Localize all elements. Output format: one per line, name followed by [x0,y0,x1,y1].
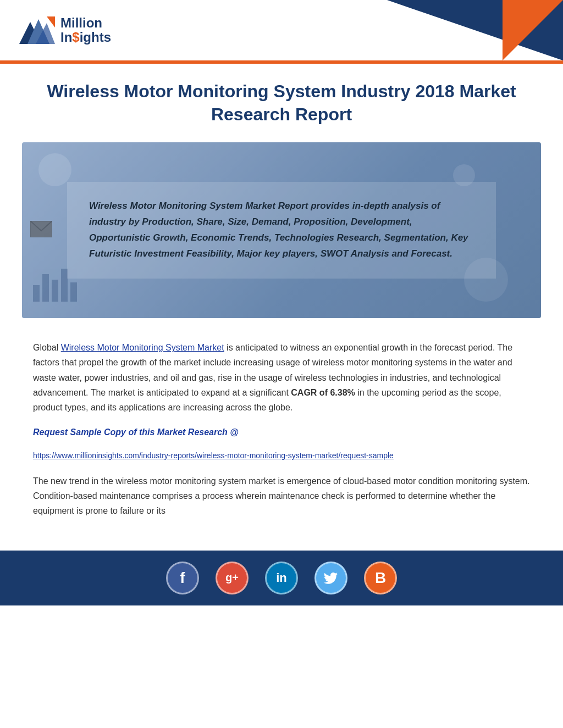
facebook-icon[interactable]: f [166,562,199,594]
logo-icon [16,11,55,49]
header-triangle-orange [503,0,563,60]
linkedin-icon[interactable]: in [265,562,298,594]
twitter-icon[interactable] [314,562,347,594]
intro-before-link: Global [33,343,61,352]
intro-paragraph: Global Wireless Motor Monitoring System … [33,340,530,415]
footer: f g+ in B [0,551,563,605]
page-title-section: Wireless Motor Monitoring System Industr… [0,64,563,137]
logo-area: Million In$ights [16,11,111,49]
envelope-icon [30,221,52,240]
googleplus-icon[interactable]: g+ [216,562,249,594]
main-content: Global Wireless Motor Monitoring System … [0,329,563,539]
svg-marker-3 [47,16,55,27]
blogger-icon[interactable]: B [364,562,397,594]
market-link[interactable]: Wireless Motor Monitoring System Market [61,343,224,352]
trend-paragraph: The new trend in the wireless motor moni… [33,474,530,519]
banner-text: Wireless Motor Monitoring System Market … [89,198,474,262]
banner-decor-1 [38,153,71,186]
banner-section: Wireless Motor Monitoring System Market … [22,142,541,318]
header: Million In$ights [0,0,563,60]
logo-text: Million In$ights [60,16,111,45]
banner-text-box: Wireless Motor Monitoring System Market … [67,182,496,279]
sample-url-link[interactable]: https://www.millioninsights.com/industry… [33,449,530,463]
page-title: Wireless Motor Monitoring System Industr… [33,80,530,126]
cagr-text: CAGR of 6.38% [291,388,355,397]
request-sample-label: Request Sample Copy of this Market Resea… [33,425,530,440]
